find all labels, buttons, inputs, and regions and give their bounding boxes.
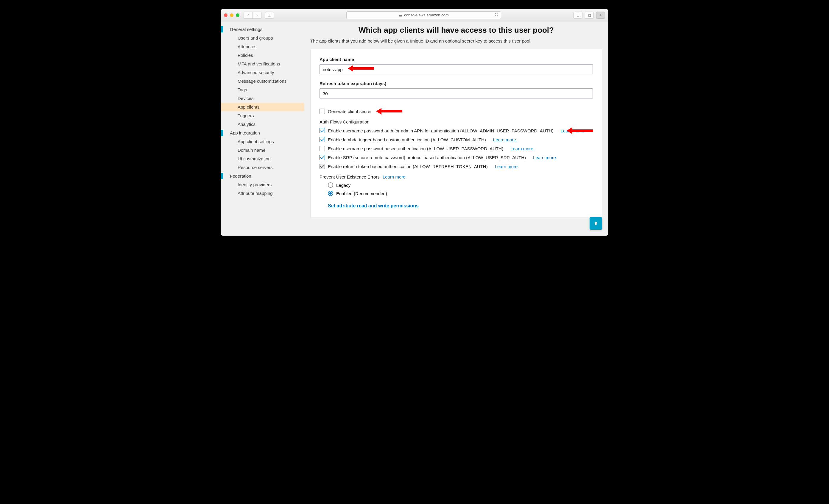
sidebar-group-federation[interactable]: Federation	[221, 172, 304, 180]
generate-secret-label: Generate client secret	[328, 109, 372, 114]
auth-flow-checkbox	[320, 164, 325, 169]
sidebar-item-analytics[interactable]: Analytics	[221, 120, 304, 128]
sidebar: General settingsUsers and groupsAttribut…	[221, 22, 304, 236]
auth-flow-row: Enable username password based authentic…	[320, 146, 593, 151]
page-subtitle: The app clients that you add below will …	[310, 38, 602, 43]
sidebar-item-users-and-groups[interactable]: Users and groups	[221, 34, 304, 42]
annotation-arrow	[376, 109, 402, 113]
plus-icon	[599, 13, 603, 17]
share-button[interactable]	[574, 12, 582, 19]
close-window-icon[interactable]	[224, 13, 227, 17]
browser-right-tools	[574, 12, 605, 19]
sidebar-item-triggers[interactable]: Triggers	[221, 111, 304, 120]
sidebar-item-app-clients[interactable]: App clients	[221, 103, 304, 111]
window-controls	[224, 13, 240, 17]
scroll-to-top-button[interactable]	[589, 217, 602, 230]
reload-icon	[494, 12, 499, 17]
app-client-panel: App client name Refresh token expiration…	[310, 49, 602, 218]
auth-flow-row: Enable lambda trigger based custom authe…	[320, 137, 593, 142]
svg-rect-0	[268, 14, 271, 16]
sidebar-item-attributes[interactable]: Attributes	[221, 42, 304, 51]
prevent-option-radio[interactable]	[328, 182, 333, 188]
browser-toolbar: console.aws.amazon.com	[221, 9, 608, 22]
minimize-window-icon[interactable]	[230, 13, 233, 17]
auth-flow-label: Enable SRP (secure remote password) prot…	[328, 155, 526, 160]
maximize-window-icon[interactable]	[236, 13, 240, 17]
sidebar-item-ui-customization[interactable]: UI customization	[221, 154, 304, 163]
new-tab-button[interactable]	[596, 12, 605, 19]
auth-flow-label: Enable username password auth for admin …	[328, 128, 553, 133]
learn-more-link[interactable]: Learn more.	[533, 155, 557, 160]
auth-flow-checkbox[interactable]	[320, 137, 325, 142]
svg-rect-2	[588, 14, 590, 16]
auth-flow-label: Enable username password based authentic…	[328, 146, 503, 151]
app-client-name-label: App client name	[320, 57, 593, 62]
learn-more-link[interactable]: Learn more.	[510, 146, 535, 151]
sidebar-item-message-customizations[interactable]: Message customizations	[221, 77, 304, 85]
prevent-options: LegacyEnabled (Recommended)	[320, 182, 593, 196]
sidebar-item-domain-name[interactable]: Domain name	[221, 146, 304, 154]
chevron-left-icon	[246, 13, 250, 17]
prevent-option-radio[interactable]	[328, 191, 333, 196]
page-content: General settingsUsers and groupsAttribut…	[221, 22, 608, 236]
sidebar-item-attribute-mapping[interactable]: Attribute mapping	[221, 189, 304, 198]
auth-flows-list: Enable username password auth for admin …	[320, 128, 593, 169]
svg-rect-3	[589, 14, 591, 16]
sidebar-item-app-client-settings[interactable]: App client settings	[221, 137, 304, 146]
tabs-button[interactable]	[585, 12, 594, 19]
sidebar-item-policies[interactable]: Policies	[221, 51, 304, 60]
share-icon	[576, 13, 580, 17]
sidebar-icon	[267, 13, 272, 17]
nav-buttons	[244, 12, 261, 19]
sidebar-toggle-button[interactable]	[265, 12, 274, 19]
auth-flow-checkbox[interactable]	[320, 146, 325, 151]
sidebar-item-mfa-and-verifications[interactable]: MFA and verifications	[221, 60, 304, 68]
main-panel: Which app clients will have access to th…	[304, 22, 608, 236]
refresh-token-input[interactable]	[320, 88, 593, 99]
auth-flow-checkbox[interactable]	[320, 128, 325, 133]
set-permissions-link[interactable]: Set attribute read and write permissions	[328, 203, 419, 208]
prevent-option-label: Enabled (Recommended)	[336, 191, 387, 196]
tabs-icon	[587, 13, 591, 17]
auth-flow-label: Enable refresh token based authenticatio…	[328, 164, 488, 169]
auth-flow-row: Enable refresh token based authenticatio…	[320, 164, 593, 169]
learn-more-link[interactable]: Learn more.	[495, 164, 519, 169]
prevent-option-label: Legacy	[336, 183, 351, 188]
arrow-up-icon	[593, 221, 599, 226]
auth-flow-checkbox[interactable]	[320, 155, 325, 160]
sidebar-item-advanced-security[interactable]: Advanced security	[221, 68, 304, 77]
generate-secret-checkbox[interactable]	[320, 109, 325, 114]
prevent-errors-header: Prevent User Existence Errors Learn more…	[320, 175, 593, 180]
reload-button[interactable]	[494, 12, 499, 17]
page-title: Which app clients will have access to th…	[310, 26, 602, 35]
sidebar-item-devices[interactable]: Devices	[221, 94, 304, 103]
sidebar-item-resource-servers[interactable]: Resource servers	[221, 163, 304, 172]
auth-flow-label: Enable lambda trigger based custom authe…	[328, 137, 486, 142]
lock-icon	[399, 13, 402, 17]
sidebar-item-tags[interactable]: Tags	[221, 85, 304, 94]
prevent-learn-more-link[interactable]: Learn more.	[383, 175, 407, 180]
auth-flow-row: Enable username password auth for admin …	[320, 128, 593, 133]
auth-flows-header: Auth Flows Configuration	[320, 119, 593, 124]
refresh-token-label: Refresh token expiration (days)	[320, 81, 593, 86]
learn-more-link[interactable]: Learn more.	[561, 128, 585, 133]
prevent-option-row: Enabled (Recommended)	[328, 191, 593, 196]
sidebar-group-app-integration[interactable]: App integration	[221, 128, 304, 137]
auth-flow-row: Enable SRP (secure remote password) prot…	[320, 155, 593, 160]
url-bar[interactable]: console.aws.amazon.com	[346, 11, 501, 19]
app-client-name-input[interactable]	[320, 64, 593, 74]
learn-more-link[interactable]: Learn more.	[493, 137, 517, 142]
browser-window: console.aws.amazon.com General settingsU…	[221, 9, 608, 236]
sidebar-item-identity-providers[interactable]: Identity providers	[221, 180, 304, 189]
chevron-right-icon	[255, 13, 259, 17]
prevent-option-row: Legacy	[328, 182, 593, 188]
sidebar-group-general-settings[interactable]: General settings	[221, 25, 304, 34]
forward-button[interactable]	[253, 12, 261, 19]
url-text: console.aws.amazon.com	[404, 13, 449, 17]
back-button[interactable]	[244, 12, 253, 19]
